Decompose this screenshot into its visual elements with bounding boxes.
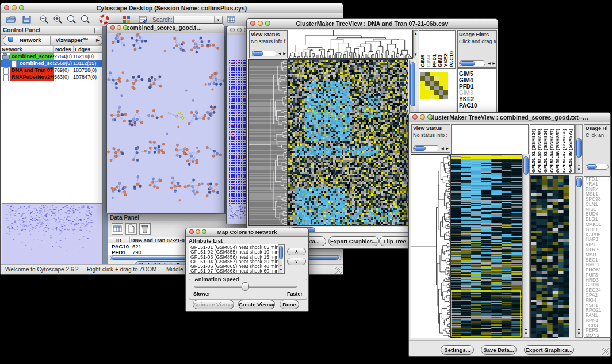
column-label[interactable]: PFD1: [432, 54, 437, 67]
zoom-fit-icon[interactable]: [80, 14, 91, 25]
row-dendrogram-canvas[interactable]: [411, 155, 451, 338]
save-icon[interactable]: [21, 14, 33, 25]
scroll-thumb[interactable]: [460, 61, 475, 66]
column-label[interactable]: GPL51-07 (GSM868): [561, 129, 568, 173]
action-button[interactable]: Export Graphics...: [524, 345, 574, 355]
heatmap-vscroll[interactable]: ▲ ▼: [522, 155, 530, 338]
minimize-icon[interactable]: [196, 229, 200, 234]
heatmap-canvas[interactable]: [288, 60, 408, 225]
scroll-thumb[interactable]: [252, 51, 263, 56]
scroll-right-icon[interactable]: ▶: [445, 147, 450, 151]
zoom-window-icon[interactable]: [427, 114, 433, 120]
hints-hscroll[interactable]: [586, 164, 609, 170]
column-label[interactable]: GPL51-04 (GSM857): [549, 129, 556, 173]
row-label[interactable]: GIM5: [458, 71, 496, 77]
dialog-button[interactable]: Create Vizmap: [238, 300, 275, 309]
network-overview-canvas[interactable]: [2, 203, 102, 265]
action-button[interactable]: Save Data...: [481, 345, 517, 355]
zoom-window-icon[interactable]: [123, 25, 128, 30]
scroll-thumb[interactable]: [576, 178, 582, 187]
scroll-thumb[interactable]: [587, 164, 597, 169]
close-icon[interactable]: [4, 5, 9, 10]
row-label[interactable]: PAC10: [458, 102, 496, 109]
titlebar[interactable]: Map Colors to Network: [186, 228, 308, 237]
mini-vscroll[interactable]: ▲ ▼: [413, 30, 418, 58]
float-panel-icon[interactable]: [94, 28, 100, 33]
titlebar[interactable]: ClusterMaker TreeView : combined_scores_…: [409, 113, 610, 122]
tab-vizmapper[interactable]: VizMapper™: [51, 36, 93, 45]
table-row[interactable]: RNAPuberNov2+!563(0)107847(0): [1, 74, 102, 81]
zoom-window-icon[interactable]: [265, 21, 270, 26]
tab-overflow-arrow[interactable]: ▶: [93, 36, 102, 45]
scroll-right-icon[interactable]: ▶: [491, 62, 496, 66]
titlebar[interactable]: ClusterMaker TreeView : DNA and Tran 07-…: [247, 19, 498, 29]
hints-hscroll[interactable]: [459, 60, 485, 66]
scroll-up-icon[interactable]: ▲: [523, 327, 529, 331]
column-label[interactable]: GIM4: [426, 55, 431, 67]
tab-network[interactable]: Network: [3, 36, 51, 45]
summary-matrix-canvas[interactable]: [420, 72, 448, 99]
scroll-right-icon[interactable]: ▶: [282, 52, 287, 56]
scroll-up-icon[interactable]: ▲: [576, 163, 582, 167]
heatmap-canvas[interactable]: [451, 155, 522, 338]
table-import-icon[interactable]: [226, 14, 238, 25]
scroll-up-icon[interactable]: ▲: [414, 32, 418, 36]
row-label[interactable]: GIM3: [458, 90, 496, 96]
close-icon[interactable]: [412, 114, 418, 120]
scroll-down-icon[interactable]: ▼: [414, 53, 418, 57]
resize-grip[interactable]: [335, 267, 342, 274]
row-label[interactable]: GIM4: [458, 77, 496, 83]
table-row[interactable]: DNA and Tran 07769(0)183728(0): [1, 67, 102, 74]
minimize-icon[interactable]: [258, 21, 263, 26]
scroll-down-icon[interactable]: ▼: [278, 268, 284, 272]
scroll-down-icon[interactable]: ▼: [576, 332, 582, 336]
close-icon[interactable]: [110, 25, 115, 30]
open-folder-icon[interactable]: [5, 14, 17, 25]
global-heatmap-canvas[interactable]: [531, 176, 569, 338]
scroll-down-icon[interactable]: ▼: [576, 168, 582, 172]
new-attribute-icon[interactable]: [125, 223, 137, 235]
table-mode-icon[interactable]: [112, 223, 123, 235]
list-vscroll[interactable]: ▲ ▼: [278, 244, 284, 273]
minimize-icon[interactable]: [237, 28, 242, 32]
column-label[interactable]: GIM3: [438, 55, 442, 67]
resize-grip[interactable]: [602, 348, 609, 355]
close-icon[interactable]: [230, 28, 235, 32]
column-label[interactable]: GPL51-03 (GSM856): [543, 129, 549, 173]
column-label[interactable]: GPL51-01 (GSM854): [531, 129, 537, 173]
trash-icon[interactable]: [139, 223, 151, 235]
column-label[interactable]: GIM5: [420, 55, 425, 67]
row-label[interactable]: YKE2: [458, 96, 496, 102]
table-row[interactable]: combined_scores2764(0)16218(0): [1, 53, 102, 60]
column-label[interactable]: PAC10: [449, 51, 454, 67]
action-button[interactable]: Settings...: [441, 345, 474, 355]
scroll-up-icon[interactable]: ▲: [576, 327, 582, 331]
zoom-selected-icon[interactable]: [66, 14, 78, 25]
col-network[interactable]: Network: [1, 46, 54, 52]
scroll-thumb[interactable]: [410, 62, 415, 106]
status-hscroll[interactable]: [413, 145, 439, 151]
column-label[interactable]: YKE2: [443, 53, 448, 67]
row-label[interactable]: PFD1: [458, 83, 496, 90]
scroll-thumb[interactable]: [414, 146, 426, 151]
col-nodes[interactable]: Nodes: [54, 46, 74, 52]
zoom-out-icon[interactable]: [39, 14, 50, 25]
gene-vscroll[interactable]: ▲ ▼: [575, 176, 583, 338]
move-up-button[interactable]: ∧: [287, 248, 306, 255]
table-row[interactable]: combined_sco2569(6)13112(15): [1, 60, 102, 67]
dialog-button[interactable]: Done: [280, 300, 299, 309]
move-down-button[interactable]: ∨: [287, 258, 306, 265]
minimize-icon[interactable]: [12, 5, 17, 10]
minimize-icon[interactable]: [117, 25, 121, 30]
column-label[interactable]: GPL51-02 (GSM855): [537, 129, 544, 173]
column-dendrogram-canvas[interactable]: [288, 30, 412, 58]
network-canvas[interactable]: [107, 33, 224, 213]
close-icon[interactable]: [189, 229, 194, 234]
status-hscroll[interactable]: [251, 51, 277, 56]
minimize-icon[interactable]: [420, 114, 425, 120]
zoom-in-icon[interactable]: [52, 14, 64, 25]
scroll-up-icon[interactable]: ▲: [278, 263, 284, 267]
close-icon[interactable]: [250, 21, 255, 26]
scroll-thumb[interactable]: [523, 156, 529, 175]
slider-thumb[interactable]: [242, 282, 249, 291]
